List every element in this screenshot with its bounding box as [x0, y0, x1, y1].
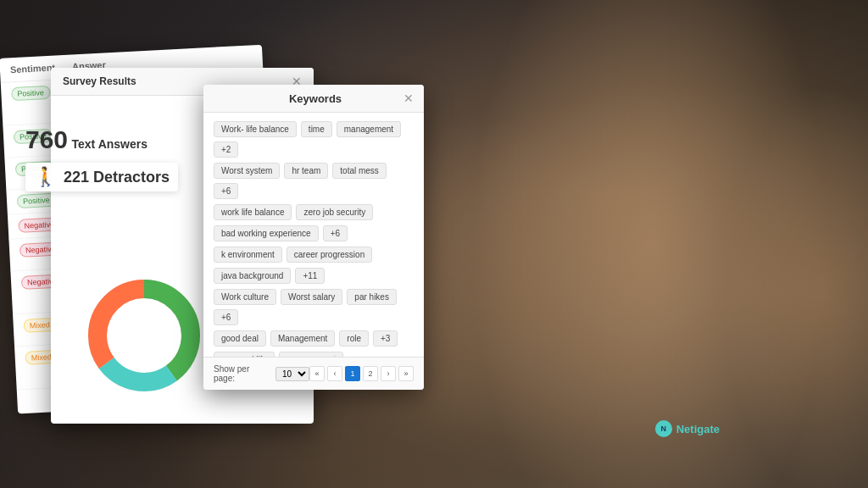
keyword-row: work life balancezero job security	[214, 204, 414, 220]
keyword-count[interactable]: +3	[373, 330, 398, 347]
keyword-tag[interactable]: hr team	[284, 163, 328, 179]
sentiment-badge: Positive	[11, 86, 50, 101]
pagination-last[interactable]: »	[398, 366, 414, 381]
keywords-modal: Keywords ✕ Work- life balancetimemanagem…	[203, 85, 424, 390]
keyword-tag[interactable]: work life balance	[214, 204, 292, 220]
keyword-tag[interactable]: management	[337, 121, 401, 137]
keyword-row: Work- life balancetimemanagement+2	[214, 121, 414, 158]
keyword-tag[interactable]: career progression	[287, 247, 372, 263]
keyword-tag[interactable]: good deal	[214, 330, 266, 347]
pagination: « ‹ 1 2 › »	[309, 366, 414, 381]
keyword-tag[interactable]: Management	[270, 330, 335, 347]
keywords-rows: Work- life balancetimemanagement+2Worst …	[214, 121, 414, 357]
detractors-stat: 🚶 221 Detractors	[25, 163, 178, 191]
text-answers-count: 760 Text Answers	[25, 127, 178, 152]
keywords-modal-close[interactable]: ✕	[403, 92, 414, 105]
keywords-modal-header: Keywords ✕	[203, 85, 424, 113]
keyword-tag[interactable]: java background	[214, 268, 291, 284]
keyword-count[interactable]: +6	[214, 183, 238, 199]
keyword-count[interactable]: +6	[214, 309, 238, 325]
keyword-row: good dealManagementrole+3	[214, 330, 414, 347]
keyword-tag[interactable]: time	[301, 121, 332, 137]
keyword-count[interactable]: +11	[295, 268, 325, 284]
pagination-next[interactable]: ›	[381, 366, 396, 381]
pagination-prev[interactable]: ‹	[327, 366, 342, 381]
keywords-title: Keywords	[227, 92, 403, 105]
front-panel-title: Survey Results	[63, 75, 136, 87]
keyword-count[interactable]: +6	[323, 225, 348, 241]
pagination-page2[interactable]: 2	[363, 366, 378, 381]
keyword-tag[interactable]: Work culture	[214, 289, 276, 305]
netigate-text: Netigate	[676, 423, 720, 435]
netigate-icon: N	[655, 420, 672, 437]
keyword-count[interactable]: +2	[214, 141, 238, 158]
keyword-row: Work cultureWorst salarypar hikes+6	[214, 289, 414, 325]
pagination-page1[interactable]: 1	[345, 366, 360, 381]
donut-chart	[68, 259, 220, 395]
keyword-tag[interactable]: bad working experience	[214, 225, 319, 241]
keyword-tag[interactable]: k environment	[214, 247, 282, 263]
keywords-footer: Show per page: 10 20 50 « ‹ 1 2 › »	[203, 357, 424, 390]
show-per-page-label: Show per page:	[214, 364, 272, 383]
keyword-tag[interactable]: Worst system	[214, 163, 280, 179]
person-icon: 🚶	[34, 166, 57, 188]
keyword-tag[interactable]: Worst salary	[281, 289, 342, 305]
keyword-tag[interactable]: Work- life balance	[214, 121, 297, 137]
donut-chart-area	[68, 259, 220, 398]
keyword-row: Worst systemhr teamtotal mess+6	[214, 163, 414, 199]
stats-overlay: 760 Text Answers 🚶 221 Detractors	[25, 127, 178, 191]
netigate-label: N Netigate	[655, 420, 720, 437]
sentiment-col-header: Sentiment	[10, 63, 56, 75]
keyword-tag[interactable]: total mess	[332, 163, 387, 179]
keywords-body: Work- life balancetimemanagement+2Worst …	[203, 113, 424, 357]
keyword-row: k environmentcareer progression	[214, 247, 414, 263]
keyword-row: bad working experience+6	[214, 225, 414, 241]
keyword-row: java background+11	[214, 268, 414, 284]
keyword-tag[interactable]: role	[339, 330, 369, 347]
pagination-first[interactable]: «	[309, 366, 325, 381]
keyword-tag[interactable]: par hikes	[347, 289, 397, 305]
per-page-select[interactable]: 10 20 50	[275, 367, 309, 381]
keyword-tag[interactable]: zero job security	[296, 204, 373, 220]
netigate-laptop-area: N Netigate	[655, 420, 720, 437]
show-per-page: Show per page: 10 20 50	[214, 364, 309, 383]
